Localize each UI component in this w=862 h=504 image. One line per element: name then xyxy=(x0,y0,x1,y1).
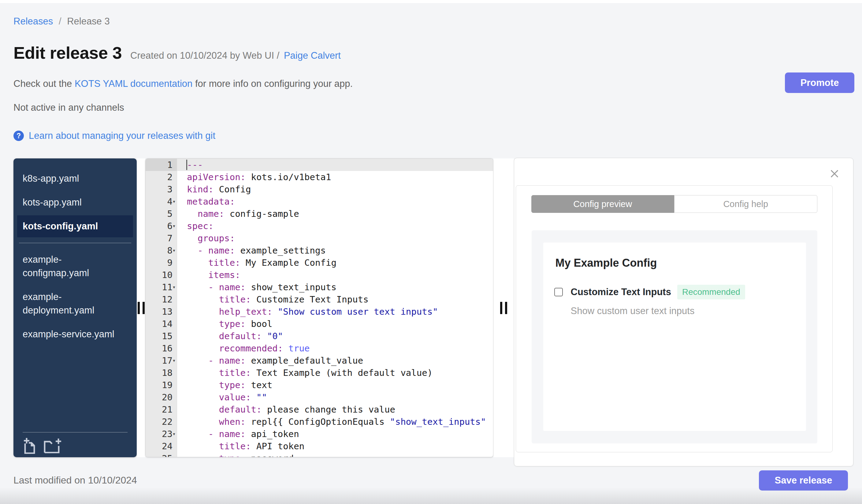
file-item-kots-app.yaml[interactable]: kots-app.yaml xyxy=(17,191,133,213)
fold-arrow-icon[interactable]: ▾ xyxy=(171,244,177,256)
code-row-5: 5 name: config-sample xyxy=(146,208,493,220)
code-line[interactable]: apiVersion: kots.io/v1beta1 xyxy=(177,171,493,183)
file-item-example-service.yaml[interactable]: example-service.yaml xyxy=(17,323,133,345)
add-folder-icon xyxy=(43,438,62,453)
breadcrumb-current: Release 3 xyxy=(67,16,110,27)
kots-docs-link[interactable]: KOTS YAML documentation xyxy=(75,78,192,89)
created-text: Created on 10/10/2024 by Web UI / Paige … xyxy=(130,50,341,61)
code-line[interactable]: metadata: xyxy=(177,196,493,208)
code-row-17: 17▾ - name: example_default_value xyxy=(146,355,493,367)
splitter-right[interactable] xyxy=(493,158,514,457)
code-editor[interactable]: 1---2apiVersion: kots.io/v1beta13kind: C… xyxy=(145,158,493,457)
customize-text-inputs-checkbox[interactable] xyxy=(554,288,563,296)
top-strip xyxy=(0,0,862,3)
close-icon[interactable] xyxy=(829,168,840,181)
gutter-line-number: 2 xyxy=(146,171,177,183)
author-link[interactable]: Paige Calvert xyxy=(284,50,341,61)
code-line[interactable]: - name: example_default_value xyxy=(177,355,493,367)
file-item-example-configmap.yaml[interactable]: example-configmap.yaml xyxy=(17,249,133,284)
created-prefix: Created on 10/10/2024 by Web UI / xyxy=(130,50,279,61)
code-line[interactable]: title: Customize Text Inputs xyxy=(177,293,493,306)
promote-button[interactable]: Promote xyxy=(785,72,854,93)
code-line[interactable]: recommended: true xyxy=(177,342,493,355)
code-line[interactable]: - name: api_token xyxy=(177,428,493,440)
code-line[interactable]: - name: example_settings xyxy=(177,244,493,256)
code-row-15: 15 default: "0" xyxy=(146,330,493,342)
last-modified: Last modified on 10/10/2024 xyxy=(13,475,137,486)
tab-config-preview[interactable]: Config preview xyxy=(531,195,675,213)
gutter-line-number: 19 xyxy=(146,379,177,391)
breadcrumb: Releases / Release 3 xyxy=(13,16,110,27)
code-line[interactable]: kind: Config xyxy=(177,183,493,196)
config-item-row: Customize Text Inputs Recommended xyxy=(554,285,806,300)
code-row-21: 21 default: please change this value xyxy=(146,403,493,416)
gutter-line-number: 14 xyxy=(146,318,177,330)
gutter-line-number: 12 xyxy=(146,293,177,306)
gutter-line-number: 23▾ xyxy=(146,428,177,440)
config-panel: Config previewConfig help My Example Con… xyxy=(516,185,833,452)
code-line[interactable]: default: please change this value xyxy=(177,403,493,416)
code-row-10: 10 items: xyxy=(146,269,493,281)
fold-arrow-icon[interactable]: ▾ xyxy=(171,196,177,208)
code-line[interactable]: help_text: "Show custom user text inputs… xyxy=(177,306,493,318)
code-line[interactable]: when: repl{{ ConfigOptionEquals "show_te… xyxy=(177,416,493,428)
code-row-14: 14 type: bool xyxy=(146,318,493,330)
code-line[interactable]: groups: xyxy=(177,232,493,244)
file-item-example-deployment.yaml[interactable]: example-deployment.yaml xyxy=(17,286,133,321)
file-sidebar: k8s-app.yamlkots-app.yamlkots-config.yam… xyxy=(13,158,137,457)
fold-arrow-icon[interactable]: ▾ xyxy=(171,428,177,440)
git-learn-link[interactable]: Learn about managing your releases with … xyxy=(29,130,216,141)
config-card: My Example Config Customize Text Inputs … xyxy=(543,242,806,431)
file-actions xyxy=(23,432,128,457)
config-preview-content: My Example Config Customize Text Inputs … xyxy=(532,230,817,443)
add-file-button[interactable] xyxy=(23,437,37,454)
breadcrumb-releases-link[interactable]: Releases xyxy=(13,16,53,27)
docs-line: Check out the KOTS YAML documentation fo… xyxy=(13,78,353,89)
code-line[interactable]: name: config-sample xyxy=(177,208,493,220)
code-row-19: 19 type: text xyxy=(146,379,493,391)
page-title: Edit release 3 xyxy=(13,43,122,63)
code-row-2: 2apiVersion: kots.io/v1beta1 xyxy=(146,171,493,183)
code-line[interactable]: --- xyxy=(177,159,493,171)
gutter-line-number: 4▾ xyxy=(146,196,177,208)
fold-arrow-icon[interactable]: ▾ xyxy=(171,220,177,232)
fold-arrow-icon[interactable]: ▾ xyxy=(171,355,177,367)
docs-suffix: for more info on configuring your app. xyxy=(192,78,353,89)
code-row-12: 12 title: Customize Text Inputs xyxy=(146,293,493,306)
code-line[interactable]: title: API token xyxy=(177,440,493,452)
gutter-line-number: 15 xyxy=(146,330,177,342)
code-line[interactable]: type: text xyxy=(177,379,493,391)
code-row-7: 7 groups: xyxy=(146,232,493,244)
gutter-line-number: 13 xyxy=(146,306,177,318)
gutter-line-number: 1 xyxy=(146,159,177,171)
fold-arrow-icon[interactable]: ▾ xyxy=(171,281,177,293)
git-learn-row: ? Learn about managing your releases wit… xyxy=(13,130,216,141)
code-line[interactable]: items: xyxy=(177,269,493,281)
code-line[interactable]: title: My Example Config xyxy=(177,256,493,269)
code-row-16: 16 recommended: true xyxy=(146,342,493,355)
gutter-line-number: 25 xyxy=(146,452,177,457)
file-item-kots-config.yaml[interactable]: kots-config.yaml xyxy=(17,215,133,237)
code-line[interactable]: title: Text Example (with default value) xyxy=(177,367,493,379)
gutter-line-number: 5 xyxy=(146,208,177,220)
splitter-grip xyxy=(138,302,140,314)
code-line[interactable]: default: "0" xyxy=(177,330,493,342)
splitter-left[interactable] xyxy=(137,158,145,457)
add-file-icon xyxy=(23,437,37,454)
save-release-button[interactable]: Save release xyxy=(759,470,848,491)
code-line[interactable]: type: password xyxy=(177,452,493,457)
code-line[interactable]: value: "" xyxy=(177,391,493,403)
code-line[interactable]: - name: show_text_inputs xyxy=(177,281,493,293)
code-row-23: 23▾ - name: api_token xyxy=(146,428,493,440)
code-line[interactable]: type: bool xyxy=(177,318,493,330)
channel-status: Not active in any channels xyxy=(13,102,124,113)
tab-config-help[interactable]: Config help xyxy=(674,195,817,213)
code-rows: 1---2apiVersion: kots.io/v1beta13kind: C… xyxy=(146,159,493,457)
file-item-k8s-app.yaml[interactable]: k8s-app.yaml xyxy=(17,168,133,190)
code-line[interactable]: spec: xyxy=(177,220,493,232)
gutter-line-number: 3 xyxy=(146,183,177,196)
add-folder-button[interactable] xyxy=(43,438,62,453)
gutter-line-number: 10 xyxy=(146,269,177,281)
code-row-25: 25 type: password xyxy=(146,452,493,457)
file-list: k8s-app.yamlkots-app.yamlkots-config.yam… xyxy=(13,158,137,345)
